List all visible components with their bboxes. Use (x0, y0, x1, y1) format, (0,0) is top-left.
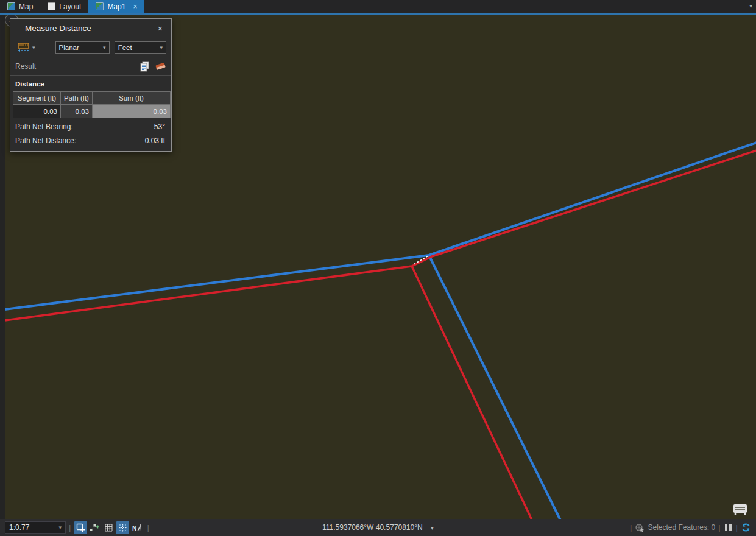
path-net-distance-row: Path Net Distance: 0.03 ft (13, 132, 169, 146)
grid-toggle-button[interactable] (102, 521, 115, 534)
pause-drawing-button[interactable] (725, 524, 732, 531)
path-net-bearing-value: 53° (154, 122, 165, 131)
dialog-title: Measure Distance (25, 24, 155, 33)
map-view-icon (96, 2, 104, 10)
refresh-icon[interactable] (741, 523, 751, 532)
path-net-bearing-row: Path Net Bearing: 53° (13, 118, 169, 132)
sum-column-header: Sum (ft) (93, 92, 171, 105)
measure-mode-dropdown[interactable]: Planar ▾ (55, 41, 110, 54)
snapping-toggle-button[interactable] (116, 521, 129, 534)
chevron-down-icon: ▾ (32, 44, 35, 51)
path-net-bearing-label: Path Net Bearing: (15, 122, 73, 131)
selected-features-label: Selected Features: 0 (648, 523, 715, 532)
path-column-header: Path (ft) (61, 92, 93, 105)
selection-globe-icon (635, 523, 645, 532)
tab-map-label: Map (19, 2, 33, 11)
dialog-body: Distance Segment (ft) Path (ft) Sum (ft)… (10, 76, 171, 151)
result-label: Result (15, 62, 140, 71)
separator: | (736, 523, 738, 532)
measure-mode-value: Planar (59, 44, 79, 51)
close-tab-icon[interactable]: × (133, 3, 137, 10)
segment-column-header: Segment (ft) (13, 92, 61, 105)
clear-result-eraser-icon[interactable] (155, 62, 166, 71)
path-net-distance-label: Path Net Distance: (15, 136, 76, 145)
selected-features-indicator[interactable]: Selected Features: 0 (635, 523, 715, 532)
tab-map1-label: Map1 (107, 2, 125, 11)
ruler-icon (17, 43, 30, 53)
north-arrow-icon: N (132, 523, 142, 532)
separator: | (630, 523, 632, 532)
add-map-frame-button[interactable] (74, 521, 87, 534)
close-icon[interactable]: × (155, 24, 165, 34)
dialog-title-bar[interactable]: Measure Distance × (10, 19, 171, 38)
coordinate-readout[interactable]: 111.5937066°W 40.5770810°N ▾ (322, 523, 434, 532)
path-net-distance-value: 0.03 ft (145, 136, 165, 145)
path-value-cell: 0.03 (61, 105, 93, 118)
sum-value-cell: 0.03 (93, 105, 171, 118)
pause-icon (725, 524, 727, 531)
layout-view-icon (48, 2, 55, 10)
measure-distance-dialog: Measure Distance × ▾ Planar ▾ Feet ▾ Res… (10, 18, 172, 152)
chevron-down-icon: ▾ (156, 44, 163, 51)
chevron-down-icon: ▾ (99, 44, 106, 51)
statusbar-right-group: | Selected Features: 0 | | (627, 523, 751, 532)
map-overflow-drawer-icon[interactable] (733, 504, 747, 515)
square-plus-icon (76, 523, 85, 532)
active-tab-underline (0, 13, 756, 15)
sketch-tool-button[interactable] (88, 521, 101, 534)
grid-icon (104, 523, 113, 532)
segment-value-cell: 0.03 (13, 105, 61, 118)
map-scale-dropdown[interactable]: 1:0.77 ▾ (5, 521, 66, 534)
tab-map1[interactable]: Map1 × (88, 0, 144, 13)
svg-text:N: N (132, 524, 136, 531)
polyline-plus-icon (90, 523, 100, 532)
tab-layout-label: Layout (59, 2, 81, 11)
table-header-row: Segment (ft) Path (ft) Sum (ft) (13, 92, 171, 105)
result-row: Result (10, 57, 171, 76)
snapping-dots-icon (118, 523, 127, 532)
tab-map[interactable]: Map (0, 0, 40, 13)
north-arrow-button[interactable]: N (130, 521, 143, 534)
map-view-icon (7, 2, 15, 10)
left-edge-strip (0, 15, 5, 519)
view-tab-strip: Map Layout Map1 × ▾ (0, 0, 756, 13)
coordinate-value: 111.5937066°W 40.5770810°N (322, 523, 423, 532)
measure-unit-dropdown[interactable]: Feet ▾ (115, 41, 166, 54)
tab-overflow-chevron-icon[interactable]: ▾ (749, 2, 752, 9)
separator: | (69, 523, 71, 532)
map-scale-value: 1:0.77 (9, 523, 29, 532)
separator: | (718, 523, 720, 532)
copy-result-icon[interactable] (140, 61, 150, 72)
tab-layout[interactable]: Layout (40, 0, 88, 13)
distance-table: Segment (ft) Path (ft) Sum (ft) 0.03 0.0… (13, 91, 171, 118)
status-bar: 1:0.77 ▾ | N (0, 519, 756, 536)
chevron-down-icon: ▾ (431, 524, 434, 531)
separator: | (147, 523, 149, 532)
measure-unit-value: Feet (118, 44, 132, 51)
table-row[interactable]: 0.03 0.03 0.03 (13, 105, 171, 118)
measure-toolbar: ▾ Planar ▾ Feet ▾ (10, 38, 171, 57)
distance-section-label: Distance (13, 79, 169, 91)
pause-icon (729, 524, 732, 531)
chevron-down-icon: ▾ (58, 524, 62, 531)
measure-tool-button[interactable]: ▾ (15, 41, 37, 54)
